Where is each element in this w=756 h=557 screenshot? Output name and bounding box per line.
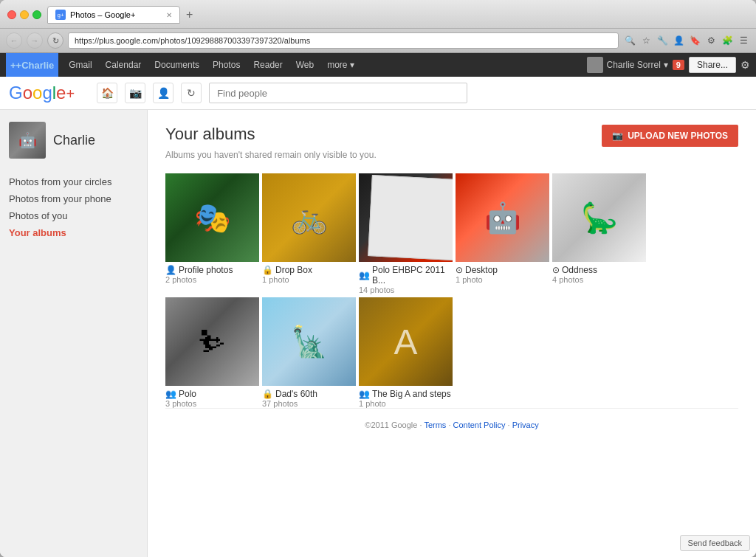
sidebar-item-phone[interactable]: Photos from your phone <box>9 190 138 207</box>
gplus-charlie-link[interactable]: ++Charlie <box>6 53 58 77</box>
nav-photos[interactable]: Photos <box>207 53 246 77</box>
album-count-polo: 3 photos <box>165 399 259 408</box>
album-count-dropbox: 1 photo <box>262 275 356 284</box>
nav-gmail[interactable]: Gmail <box>63 53 97 77</box>
traffic-lights <box>7 10 41 19</box>
minimize-button[interactable] <box>20 10 29 19</box>
user-badge[interactable]: Charlie Sorrel ▾ <box>587 57 667 73</box>
user-avatar: 🤖 <box>9 122 46 159</box>
sidebar-item-albums[interactable]: Your albums <box>9 224 138 241</box>
album-item-dropbox[interactable]: 🚲 🔒 Drop Box 1 photo <box>262 173 356 294</box>
maximize-button[interactable] <box>32 10 41 19</box>
user-name: Charlie Sorrel <box>606 60 660 70</box>
album-item-oddness[interactable]: 🦕 ⊙ Oddness 4 photos <box>552 173 646 294</box>
tab-bar: g+ Photos – Google+ ✕ + <box>47 6 749 24</box>
album-item-polo[interactable]: ⛷ 👥 Polo 3 photos <box>165 297 259 408</box>
album-icon-polo: 👥 <box>165 389 176 399</box>
footer-terms[interactable]: Terms <box>424 421 446 429</box>
send-feedback-button[interactable]: Send feedback <box>680 535 750 551</box>
nav-right: Charlie Sorrel ▾ 9 Share... ⚙ <box>587 57 750 73</box>
footer-content-policy[interactable]: Content Policy <box>453 421 506 429</box>
album-item-desktop[interactable]: 🤖 ⊙ Desktop 1 photo <box>456 173 549 294</box>
circles-icon[interactable]: ↻ <box>181 83 202 103</box>
album-icon-dropbox: 🔒 <box>262 265 273 275</box>
avatar-image: 🤖 <box>9 122 46 159</box>
main-content: 🤖 Charlie Photos from your circles Photo… <box>0 110 756 557</box>
nav-documents[interactable]: Documents <box>148 53 205 77</box>
album-thumb-polo: ⛷ <box>165 297 259 386</box>
album-count-profile: 2 photos <box>165 275 259 284</box>
sidebar-item-ofyou[interactable]: Photos of you <box>9 207 138 224</box>
address-input[interactable] <box>68 32 619 49</box>
gplus-toolbar: Google+ 🏠 📷 👤 ↻ <box>0 77 756 110</box>
album-name-oddness: ⊙ Oddness <box>552 265 646 275</box>
album-item-dads60th[interactable]: 🗽 🔒 Dad's 60th 37 photos <box>262 297 356 408</box>
footer-privacy[interactable]: Privacy <box>512 421 539 429</box>
thumb-image-polo: ⛷ <box>165 297 259 386</box>
profile-icon[interactable]: 👤 <box>153 83 173 103</box>
dropdown-icon: ▾ <box>664 60 668 70</box>
album-item-biga[interactable]: A 👥 The Big A and steps 1 photo <box>359 297 453 408</box>
album-count-polo-ehbpc: 14 photos <box>359 286 453 294</box>
photos-icon[interactable]: 📷 <box>125 83 145 103</box>
album-area: Your albums 📷 UPLOAD NEW PHOTOS Albums y… <box>148 110 756 557</box>
star-icon[interactable]: ☆ <box>639 34 653 47</box>
thumb-image-oddness: 🦕 <box>552 173 646 262</box>
find-people-input[interactable] <box>209 83 467 103</box>
upload-button[interactable]: 📷 UPLOAD NEW PHOTOS <box>602 125 738 147</box>
wrench-icon[interactable]: ⚙ <box>704 34 718 47</box>
album-name-biga: 👥 The Big A and steps <box>359 389 453 399</box>
nav-web[interactable]: Web <box>290 53 320 77</box>
extension-icon[interactable]: 🧩 <box>721 34 734 47</box>
gplus-plus-sign: + <box>10 60 16 71</box>
gplus-logo: Google+ <box>9 83 75 103</box>
reload-button[interactable]: ↻ <box>47 32 63 49</box>
album-header: Your albums 📷 UPLOAD NEW PHOTOS <box>165 125 738 147</box>
album-item-profile[interactable]: 🎭 👤 Profile photos 2 photos <box>165 173 259 294</box>
album-item-polo-ehbpc[interactable]: 😎 👥 Polo EHBPC 2011 B... 14 photos <box>359 173 453 294</box>
search-icon[interactable]: 🔍 <box>623 34 636 47</box>
share-button[interactable]: Share... <box>689 57 736 73</box>
album-count-desktop: 1 photo <box>456 275 549 284</box>
sidebar-item-circles[interactable]: Photos from your circles <box>9 173 138 190</box>
close-button[interactable] <box>7 10 16 19</box>
tools-icon[interactable]: 🔧 <box>656 34 669 47</box>
browser-body: ++Charlie Gmail Calendar Documents Photo… <box>0 53 756 557</box>
album-name-desktop: ⊙ Desktop <box>456 265 549 275</box>
album-icon-polo-ehbpc: 👥 <box>359 270 370 280</box>
nav-calendar[interactable]: Calendar <box>100 53 148 77</box>
settings-icon[interactable]: ⚙ <box>740 59 750 71</box>
forward-button[interactable]: → <box>27 32 43 49</box>
user-icon[interactable]: 👤 <box>672 34 685 47</box>
nav-reader[interactable]: Reader <box>247 53 288 77</box>
camera-icon: 📷 <box>612 131 623 141</box>
thumb-image-biga: A <box>359 297 453 386</box>
user-profile: 🤖 Charlie <box>9 122 138 159</box>
bookmark-icon[interactable]: 🔖 <box>688 34 701 47</box>
footer: ©2011 Google · Terms · Content Policy · … <box>165 408 738 441</box>
album-subtitle: Albums you haven't shared remain only vi… <box>165 150 738 160</box>
album-grid: 🎭 👤 Profile photos 2 photos 🚲 <box>165 173 738 408</box>
back-button[interactable]: ← <box>6 32 22 49</box>
thumb-image-polo-ehbpc: 😎 <box>359 173 453 262</box>
sidebar: 🤖 Charlie Photos from your circles Photo… <box>0 110 148 557</box>
album-count-biga: 1 photo <box>359 399 453 408</box>
notification-badge[interactable]: 9 <box>673 60 684 70</box>
new-tab-button[interactable]: + <box>183 8 196 21</box>
album-icon-profile: 👤 <box>165 265 176 275</box>
album-title: Your albums <box>165 125 255 144</box>
tab-close-button[interactable]: ✕ <box>166 11 172 19</box>
tab-favicon: g+ <box>55 10 66 20</box>
album-thumb-desktop: 🤖 <box>456 173 549 262</box>
active-tab[interactable]: g+ Photos – Google+ ✕ <box>47 6 180 24</box>
album-count-oddness: 4 photos <box>552 275 646 284</box>
sidebar-username: Charlie <box>53 133 95 148</box>
nav-more[interactable]: more ▾ <box>321 53 360 77</box>
title-bar: g+ Photos – Google+ ✕ + <box>0 0 756 29</box>
album-thumb-polo-ehbpc: 😎 <box>359 173 453 262</box>
browser-icons: 🔍 ☆ 🔧 👤 🔖 ⚙ 🧩 ☰ <box>623 34 750 47</box>
menu-icon[interactable]: ☰ <box>737 34 750 47</box>
thumb-image-desktop: 🤖 <box>456 173 549 262</box>
home-icon[interactable]: 🏠 <box>97 83 117 103</box>
album-name-profile: 👤 Profile photos <box>165 265 259 275</box>
